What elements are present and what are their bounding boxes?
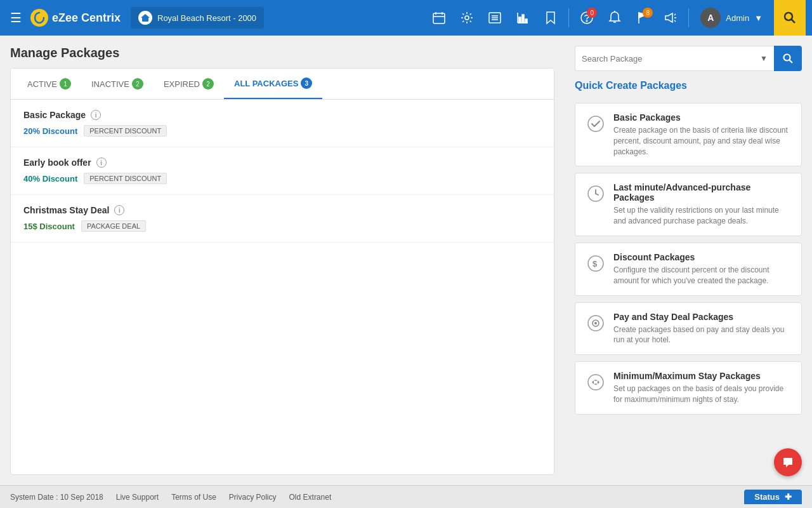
svg-point-37 (588, 375, 603, 390)
christmas-discount: 15$ Discount (23, 222, 75, 231)
package-tabs: ACTIVE 1 INACTIVE 2 EXPIRED 2 ALL PACKAG… (11, 69, 554, 100)
chat-bubble[interactable] (774, 448, 802, 476)
svg-line-31 (596, 194, 598, 195)
property-selector[interactable]: Royal Beach Resort - 2000 (131, 7, 264, 29)
basic-packages-title: Basic Packages (613, 112, 791, 123)
inactive-badge: 2 (132, 78, 143, 90)
all-packages-badge: 3 (301, 77, 312, 89)
expired-badge: 2 (202, 78, 214, 90)
discount-packages-icon: $ (586, 253, 606, 274)
info-icon-early-book[interactable]: i (96, 157, 107, 168)
megaphone-icon-btn[interactable] (658, 5, 683, 30)
svg-point-24 (785, 13, 792, 20)
property-name: Royal Beach Resort - 2000 (157, 13, 256, 23)
hamburger-menu[interactable]: ☰ (6, 6, 25, 29)
packages-card: ACTIVE 1 INACTIVE 2 EXPIRED 2 ALL PACKAG… (10, 68, 554, 475)
search-button[interactable] (774, 46, 802, 71)
tab-active[interactable]: ACTIVE 1 (17, 69, 81, 99)
support-icon-btn[interactable]: 0 (574, 5, 599, 30)
old-extranet-link[interactable]: Old Extranet (289, 493, 332, 502)
tools-icon-btn[interactable] (454, 5, 480, 30)
basic-packages-desc: Create package on the basis of criteria … (613, 125, 791, 157)
qc-last-minute[interactable]: Last minute/Advanced-purchase Packages S… (575, 173, 802, 236)
app-logo: eZee Centrix (30, 9, 126, 27)
qc-basic-packages[interactable]: Basic Packages Create package on the bas… (575, 103, 802, 166)
info-icon-basic[interactable]: i (91, 110, 101, 120)
svg-point-36 (594, 322, 597, 324)
tab-expired[interactable]: EXPIRED 2 (154, 69, 224, 99)
svg-rect-15 (525, 19, 527, 23)
privacy-policy-link[interactable]: Privacy Policy (229, 493, 277, 502)
svg-point-28 (588, 116, 603, 131)
svg-text:$: $ (593, 259, 598, 269)
svg-line-27 (789, 60, 792, 63)
svg-line-23 (674, 20, 676, 22)
info-icon-christmas[interactable]: i (114, 205, 124, 215)
pay-stay-icon (586, 313, 606, 333)
svg-point-17 (586, 20, 587, 22)
property-icon (138, 11, 152, 25)
terms-of-use-link[interactable]: Terms of Use (171, 493, 216, 502)
calendar-icon-btn[interactable] (426, 5, 452, 30)
bookmark-icon-btn[interactable] (538, 5, 563, 30)
svg-rect-14 (522, 15, 524, 23)
chart-icon-btn[interactable] (510, 5, 535, 30)
bell-icon-btn[interactable] (602, 5, 627, 30)
package-list: Basic Package i 20% Discount PERCENT DIS… (11, 100, 554, 474)
right-panel: ▼ Quick Create Packages Basic Packages C… (565, 36, 812, 485)
last-minute-title: Last minute/Advanced-purchase Packages (613, 182, 791, 203)
svg-rect-2 (433, 13, 445, 23)
tab-inactive[interactable]: INACTIVE 2 (81, 69, 154, 99)
early-book-discount: 40% Discount (23, 174, 77, 184)
pay-stay-desc: Create packages based on pay and stay de… (613, 324, 791, 346)
min-max-stay-title: Minimum/Maximum Stay Packages (613, 371, 791, 381)
footer: System Date : 10 Sep 2018 Live Support T… (0, 485, 812, 508)
christmas-tag: PACKAGE DEAL (81, 220, 146, 232)
search-dropdown-arrow[interactable]: ▼ (760, 54, 768, 63)
svg-line-25 (792, 20, 796, 23)
package-item-basic[interactable]: Basic Package i 20% Discount PERCENT DIS… (11, 100, 554, 147)
global-search-button[interactable] (774, 0, 806, 36)
early-book-tag: PERCENT DISCOUNT (84, 173, 167, 184)
flag-icon-btn[interactable]: 8 (630, 5, 655, 30)
page-title: Manage Packages (10, 46, 554, 60)
qc-discount-packages[interactable]: $ Discount Packages Configure the discou… (575, 243, 802, 296)
svg-rect-0 (142, 17, 148, 22)
support-badge: 0 (587, 8, 597, 18)
pay-stay-title: Pay and Stay Deal Packages (613, 312, 791, 322)
nav-divider-2 (688, 8, 689, 27)
basic-packages-icon (586, 114, 606, 134)
quick-create-title: Quick Create Packages (575, 80, 802, 91)
live-support-link[interactable]: Live Support (116, 493, 159, 502)
min-max-stay-icon (586, 372, 606, 392)
qc-min-max-stay[interactable]: Minimum/Maximum Stay Packages Set up pac… (575, 361, 802, 415)
status-plus-icon: ✚ (785, 492, 792, 502)
last-minute-icon (586, 184, 606, 204)
list-icon-btn[interactable] (482, 5, 508, 30)
last-minute-desc: Set up the validity restrictions on your… (613, 205, 791, 227)
search-input-wrapper: ▼ (575, 46, 774, 71)
basic-tag: PERCENT DISCOUNT (84, 125, 167, 137)
nav-icons: 0 8 A Admin ▼ (426, 4, 769, 32)
svg-point-6 (465, 16, 469, 20)
package-item-christmas[interactable]: Christmas Stay Deal i 15$ Discount PACKA… (11, 195, 554, 243)
main-content: Manage Packages ACTIVE 1 INACTIVE 2 EXPI… (0, 36, 812, 485)
app-name: eZee Centrix (52, 11, 121, 25)
search-input[interactable] (582, 54, 760, 64)
admin-dropdown-icon: ▼ (754, 13, 763, 23)
tab-all-packages[interactable]: ALL PACKAGES 3 (224, 69, 322, 99)
qc-pay-stay[interactable]: Pay and Stay Deal Packages Create packag… (575, 302, 802, 356)
admin-menu[interactable]: A Admin ▼ (694, 4, 769, 32)
package-item-early-book[interactable]: Early book offer i 40% Discount PERCENT … (11, 147, 554, 195)
min-max-stay-desc: Set up packages on the basis of deals yo… (613, 384, 791, 405)
active-badge: 1 (60, 78, 71, 90)
left-panel: Manage Packages ACTIVE 1 INACTIVE 2 EXPI… (0, 36, 565, 485)
search-bar: ▼ (575, 46, 802, 71)
system-date: System Date : 10 Sep 2018 (10, 493, 103, 502)
top-navigation: ☰ eZee Centrix Royal Beach Resort - 2000 (0, 0, 812, 36)
discount-packages-desc: Configure the discount percent or the di… (613, 265, 791, 286)
admin-label: Admin (726, 13, 749, 23)
status-button[interactable]: Status ✚ (744, 490, 802, 504)
svg-rect-13 (519, 17, 521, 23)
svg-marker-1 (141, 14, 150, 18)
